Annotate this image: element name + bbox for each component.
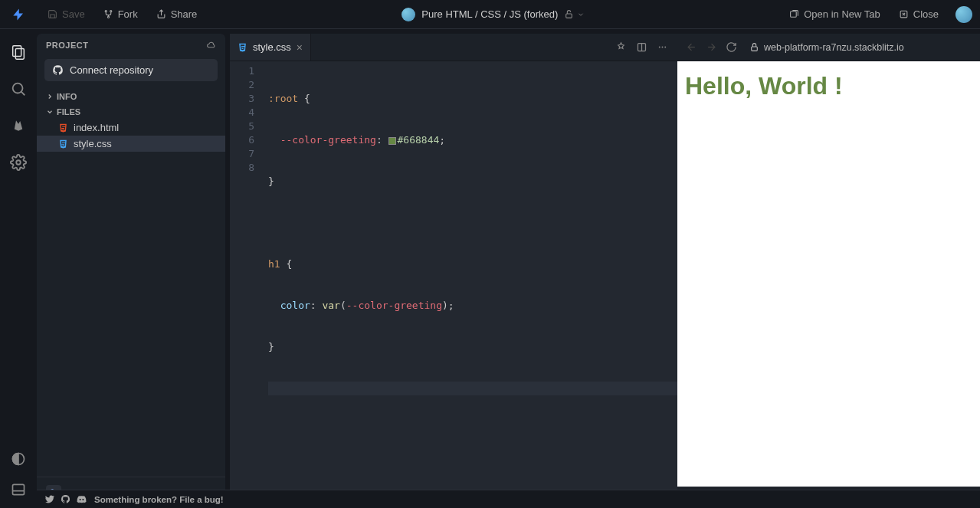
- share-button[interactable]: Share: [149, 5, 205, 23]
- close-button[interactable]: Close: [891, 5, 946, 23]
- line-gutter: 1 2 3 4 5 6 7 8: [230, 61, 268, 508]
- svg-point-2: [107, 16, 109, 18]
- svg-rect-4: [791, 11, 797, 18]
- code-content: :root { --color-greeting: #668844; } h1 …: [268, 61, 677, 508]
- statusbar: Something broken? File a bug!: [37, 490, 980, 508]
- file-name: style.css: [74, 138, 112, 149]
- css-file-icon: [238, 42, 247, 52]
- split-pane-icon[interactable]: [636, 41, 647, 53]
- save-label: Save: [62, 8, 85, 20]
- info-header-label: INFO: [57, 92, 77, 101]
- open-tab-label: Open in New Tab: [804, 8, 880, 20]
- file-item-index-html[interactable]: index.html: [37, 120, 225, 136]
- preview-panel: web-platform-ra7nzu.stackblitz.io Hello,…: [677, 34, 980, 508]
- theme-icon[interactable]: [9, 450, 28, 468]
- files-header-label: FILES: [57, 107, 80, 116]
- user-avatar[interactable]: [955, 6, 972, 23]
- svg-point-10: [13, 84, 23, 93]
- tab-style-css[interactable]: style.css ×: [230, 34, 311, 61]
- project-title-area[interactable]: Pure HTML / CSS / JS (forked): [205, 8, 782, 21]
- file-item-style-css[interactable]: style.css: [37, 136, 225, 152]
- svg-point-0: [105, 11, 107, 12]
- svg-point-22: [664, 47, 666, 48]
- editor-tabs: style.css ×: [230, 34, 677, 61]
- github-icon[interactable]: [61, 494, 70, 504]
- settings-icon[interactable]: [9, 153, 28, 172]
- color-swatch: [388, 137, 396, 145]
- css-file-icon: [58, 139, 68, 149]
- search-icon[interactable]: [9, 80, 28, 98]
- more-icon[interactable]: [657, 41, 668, 53]
- activity-bar: [0, 29, 37, 508]
- url-text: web-platform-ra7nzu.stackblitz.io: [764, 42, 904, 53]
- cloud-icon[interactable]: [206, 40, 216, 50]
- svg-rect-9: [15, 48, 24, 59]
- svg-rect-8: [13, 46, 21, 57]
- preview-heading: Hello, World !: [685, 72, 972, 100]
- open-new-tab-button[interactable]: Open in New Tab: [782, 5, 888, 23]
- firebase-icon[interactable]: [9, 116, 28, 135]
- html-file-icon: [58, 123, 68, 133]
- visibility-toggle[interactable]: [564, 9, 585, 19]
- preview-toolbar: web-platform-ra7nzu.stackblitz.io: [677, 34, 980, 61]
- fork-button[interactable]: Fork: [96, 5, 146, 23]
- main-layout: PROJECT Connect repository INFO FILES in…: [0, 29, 980, 508]
- avatar-icon: [402, 8, 415, 21]
- reload-icon[interactable]: [725, 41, 737, 53]
- project-header-label: PROJECT: [46, 41, 88, 50]
- info-section[interactable]: INFO: [37, 89, 225, 104]
- share-label: Share: [171, 8, 198, 20]
- twitter-icon[interactable]: [44, 494, 54, 504]
- activity-bar-bottom: [9, 450, 28, 508]
- bug-report-link[interactable]: Something broken? File a bug!: [94, 495, 224, 504]
- project-title: Pure HTML / CSS / JS (forked): [421, 8, 558, 20]
- tab-label: style.css: [253, 41, 291, 53]
- connect-repository-button[interactable]: Connect repository: [44, 59, 218, 81]
- connect-repo-label: Connect repository: [70, 64, 153, 76]
- url-bar[interactable]: web-platform-ra7nzu.stackblitz.io: [745, 42, 972, 53]
- format-icon[interactable]: [615, 41, 627, 53]
- editor-area: style.css × 1 2 3 4 5: [230, 34, 677, 508]
- nav-back-icon[interactable]: [685, 41, 697, 53]
- svg-rect-25: [752, 47, 758, 51]
- statusbar-social: [44, 494, 87, 504]
- lock-icon: [749, 42, 759, 52]
- code-editor[interactable]: 1 2 3 4 5 6 7 8 :root { --color-greeting…: [230, 61, 677, 508]
- svg-line-11: [21, 92, 25, 96]
- file-name: index.html: [74, 122, 119, 133]
- explorer-icon[interactable]: [9, 43, 28, 61]
- tab-close-icon[interactable]: ×: [297, 41, 303, 54]
- bolt-icon[interactable]: [8, 4, 29, 25]
- sidebar-project-header: PROJECT: [37, 34, 225, 56]
- files-section[interactable]: FILES: [37, 104, 225, 120]
- svg-point-21: [662, 47, 664, 48]
- topbar-left: Save Fork Share: [8, 4, 205, 25]
- panel-icon[interactable]: [9, 480, 28, 499]
- preview-frame[interactable]: Hello, World !: [677, 61, 980, 487]
- topbar-right: Open in New Tab Close: [782, 5, 972, 23]
- svg-point-20: [659, 47, 660, 48]
- save-button[interactable]: Save: [40, 5, 93, 23]
- discord-icon[interactable]: [77, 494, 87, 504]
- svg-point-1: [110, 11, 111, 12]
- svg-point-12: [16, 160, 21, 165]
- close-label: Close: [913, 8, 939, 20]
- editor-tab-actions: [615, 41, 677, 53]
- svg-rect-3: [566, 14, 572, 18]
- nav-forward-icon[interactable]: [705, 41, 717, 53]
- svg-rect-14: [13, 484, 25, 494]
- topbar: Save Fork Share Pure HTML / CSS / JS (fo…: [0, 0, 980, 29]
- fork-label: Fork: [118, 8, 138, 20]
- sidebar: PROJECT Connect repository INFO FILES in…: [37, 34, 225, 508]
